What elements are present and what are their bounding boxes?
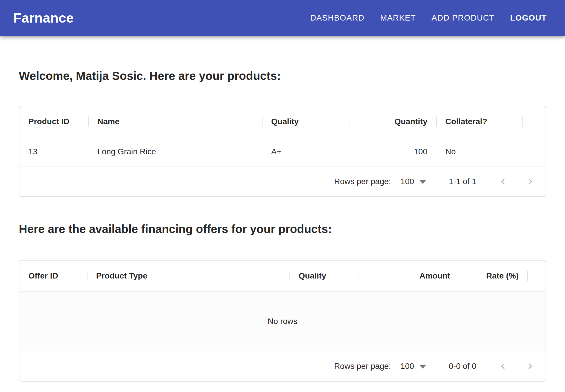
empty-rows-overlay: No rows [19, 292, 546, 351]
column-header-label: Offer ID [28, 271, 58, 281]
products-table-footer: Rows per page: 100 1-1 of 1 [19, 166, 546, 196]
nav-logout[interactable]: LOGOUT [506, 10, 551, 25]
brand-logo[interactable]: Farnance [13, 10, 74, 26]
column-header-offer-id[interactable]: Offer ID [19, 261, 87, 291]
main-content: Welcome, Matija Sosic. Here are your pro… [0, 69, 565, 382]
chevron-left-icon [498, 361, 508, 371]
column-header-label: Quality [271, 117, 299, 126]
column-header-label: Name [97, 117, 119, 126]
offers-table-header: Offer ID Product Type Quality Amount Rat… [19, 261, 546, 292]
cell-product-id: 13 [19, 137, 88, 166]
column-header-quality[interactable]: Quality [262, 106, 349, 137]
header-filler [523, 106, 546, 137]
products-heading: Welcome, Matija Sosic. Here are your pro… [19, 69, 546, 83]
cell-name: Long Grain Rice [88, 137, 262, 166]
column-header-quality[interactable]: Quality [290, 261, 358, 291]
products-table-header: Product ID Name Quality Quantity Collate… [19, 106, 546, 137]
column-header-label: Amount [420, 271, 450, 281]
cell-quantity: 100 [349, 137, 436, 166]
column-header-label: Collateral? [445, 117, 487, 126]
next-page-button[interactable] [517, 168, 544, 195]
rows-per-page-select[interactable]: 100 [400, 177, 426, 186]
header-filler [528, 261, 546, 291]
column-header-label: Rate (%) [486, 271, 519, 281]
nav-dashboard[interactable]: DASHBOARD [306, 10, 369, 25]
column-header-product-type[interactable]: Product Type [87, 261, 290, 291]
product-row[interactable]: 13 Long Grain Rice A+ 100 No [19, 137, 546, 166]
previous-page-button[interactable] [489, 352, 517, 380]
column-header-label: Product ID [28, 117, 70, 126]
offers-table: Offer ID Product Type Quality Amount Rat… [19, 260, 546, 382]
offers-table-footer: Rows per page: 100 0-0 of 0 [19, 351, 546, 381]
pagination-range: 1-1 of 1 [449, 177, 476, 186]
chevron-right-icon [526, 177, 535, 186]
no-rows-label: No rows [268, 317, 298, 326]
rows-per-page-select[interactable]: 100 [400, 362, 426, 371]
column-header-label: Quantity [394, 117, 427, 126]
products-table: Product ID Name Quality Quantity Collate… [19, 106, 546, 197]
column-header-rate[interactable]: Rate (%) [459, 261, 528, 291]
offers-heading: Here are the available financing offers … [19, 222, 546, 236]
column-header-amount[interactable]: Amount [358, 261, 459, 291]
pagination-range: 0-0 of 0 [449, 362, 476, 371]
next-page-button[interactable] [517, 352, 544, 380]
cell-quality: A+ [262, 137, 349, 166]
nav-market[interactable]: MARKET [376, 10, 420, 25]
arrow-drop-down-icon [420, 180, 426, 184]
column-header-collateral[interactable]: Collateral? [436, 106, 523, 137]
rows-per-page-label: Rows per page: [334, 362, 391, 371]
column-header-label: Quality [299, 271, 326, 281]
chevron-right-icon [526, 361, 535, 371]
previous-page-button[interactable] [489, 168, 517, 195]
rows-per-page-value: 100 [400, 362, 414, 371]
column-header-label: Product Type [96, 271, 147, 281]
chevron-left-icon [498, 177, 508, 186]
rows-per-page-label: Rows per page: [334, 177, 391, 186]
column-header-quantity[interactable]: Quantity [349, 106, 436, 137]
rows-per-page-value: 100 [400, 177, 414, 186]
nav-add-product[interactable]: ADD PRODUCT [427, 10, 499, 25]
column-header-product-id[interactable]: Product ID [19, 106, 88, 137]
nav-links: DASHBOARD MARKET ADD PRODUCT LOGOUT [306, 10, 551, 25]
arrow-drop-down-icon [420, 365, 426, 369]
cell-collateral: No [436, 137, 523, 166]
column-header-name[interactable]: Name [88, 106, 262, 137]
app-bar: Farnance DASHBOARD MARKET ADD PRODUCT LO… [0, 0, 565, 36]
